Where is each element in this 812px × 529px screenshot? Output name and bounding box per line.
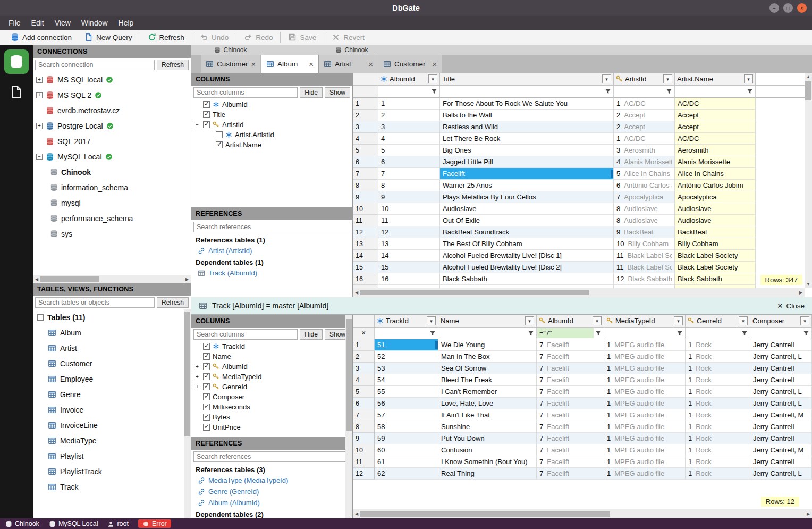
row-number-cell[interactable]: 9 bbox=[353, 191, 378, 203]
grid-cell[interactable]: 62 bbox=[375, 468, 438, 480]
column-checkbox[interactable] bbox=[203, 353, 210, 360]
hscrollbar-thumb[interactable] bbox=[360, 290, 589, 295]
column-dropdown-button[interactable]: ▾ bbox=[525, 316, 534, 325]
grid-cell[interactable]: 7 bbox=[378, 168, 440, 180]
filter-funnel-button[interactable] bbox=[428, 329, 437, 338]
grid-cell[interactable]: 1MPEG audio file bbox=[604, 444, 686, 456]
reference-link[interactable]: MediaType (MediaTypeId) bbox=[191, 475, 352, 486]
column-checkbox[interactable] bbox=[216, 131, 223, 138]
filter-input-artist-name[interactable] bbox=[675, 87, 745, 97]
connections-refresh-button[interactable]: Refresh bbox=[157, 60, 189, 70]
grid-cell[interactable]: 8Audioslave bbox=[614, 215, 675, 226]
refresh-button[interactable]: Refresh bbox=[141, 30, 191, 45]
grid-cell[interactable]: 7Facelift bbox=[537, 339, 604, 351]
grid-cell[interactable]: 1MPEG audio file bbox=[604, 409, 686, 421]
grid-cell[interactable]: Restless and Wild bbox=[440, 121, 614, 133]
grid-cell[interactable]: Alcohol Fueled Brewtality Live! [Disc 2] bbox=[440, 262, 614, 273]
search-tables-input[interactable] bbox=[35, 297, 155, 308]
filter-input-albumid[interactable] bbox=[379, 87, 429, 97]
row-number-cell[interactable]: 4 bbox=[353, 133, 378, 145]
grid-cell[interactable]: Jerry Cantrell bbox=[750, 339, 812, 351]
tab-close-icon[interactable]: × bbox=[251, 60, 256, 69]
maximize-button[interactable]: □ bbox=[783, 3, 793, 13]
grid-cell[interactable]: 7Facelift bbox=[537, 456, 604, 468]
column-header-albumid[interactable]: AlbumId▾ bbox=[537, 315, 604, 328]
vscrollbar-thumb[interactable] bbox=[346, 319, 352, 431]
grid-cell[interactable]: 1Rock bbox=[686, 374, 750, 386]
database-item[interactable]: performance_schema bbox=[33, 211, 191, 226]
grid-cell[interactable]: 5Alice In Chains bbox=[614, 168, 675, 180]
grid-cell[interactable]: 51 bbox=[375, 339, 438, 351]
column-checkbox[interactable] bbox=[203, 111, 210, 118]
grid-cell[interactable]: 12 bbox=[378, 226, 440, 238]
column-header-trackid[interactable]: TrackId▾ bbox=[375, 315, 438, 328]
grid-cell[interactable]: Billy Cobham bbox=[675, 238, 756, 250]
grid-cell[interactable]: 59 bbox=[375, 433, 438, 444]
grid-cell[interactable]: 16 bbox=[378, 273, 440, 285]
expander-minus-icon[interactable]: − bbox=[194, 122, 200, 128]
grid-cell[interactable]: 6Antônio Carlos Jobim bbox=[614, 180, 675, 191]
hscrollbar-thumb[interactable] bbox=[40, 276, 99, 282]
column-tree-item[interactable]: +MediaTypeId bbox=[191, 372, 352, 382]
menu-file[interactable]: File bbox=[3, 16, 26, 30]
grid-cell[interactable]: 1MPEG audio file bbox=[604, 351, 686, 363]
grid-cell[interactable]: 7Facelift bbox=[537, 398, 604, 409]
grid-cell[interactable]: Aerosmith bbox=[675, 145, 756, 156]
grid-cell[interactable]: 2 bbox=[378, 110, 440, 121]
connection-item[interactable]: +Postgre Local bbox=[33, 118, 191, 133]
filter-funnel-button[interactable] bbox=[801, 329, 811, 338]
column-checkbox[interactable] bbox=[203, 343, 210, 350]
column-dropdown-button[interactable]: ▾ bbox=[739, 316, 748, 325]
grid-cell[interactable]: 1Rock bbox=[686, 351, 750, 363]
database-item[interactable]: Chinook bbox=[33, 164, 191, 180]
hide-button[interactable]: Hide bbox=[300, 87, 323, 98]
grid-cell[interactable]: 1AC/DC bbox=[614, 98, 675, 110]
grid-cell[interactable]: Antônio Carlos Jobim bbox=[675, 180, 756, 191]
row-number-cell[interactable]: 2 bbox=[353, 351, 375, 363]
row-number-cell[interactable]: 8 bbox=[353, 180, 378, 191]
menu-window[interactable]: Window bbox=[76, 16, 113, 30]
column-tree-item[interactable]: +AlbumId bbox=[191, 362, 352, 372]
grid-cell[interactable]: 5 bbox=[378, 145, 440, 156]
grid-cell[interactable]: 4 bbox=[378, 133, 440, 145]
filter-funnel-button[interactable] bbox=[526, 329, 536, 338]
scroll-left-icon[interactable]: ◀ bbox=[33, 277, 40, 282]
grid-cell[interactable]: 57 bbox=[375, 409, 438, 421]
grid-cell[interactable]: Black Label Society bbox=[675, 250, 756, 262]
sidebar-table-mediatype[interactable]: MediaType bbox=[33, 433, 184, 448]
column-checkbox[interactable] bbox=[203, 121, 210, 128]
grid-cell[interactable]: Big Ones bbox=[440, 145, 614, 156]
grid-cell[interactable]: 15 bbox=[378, 262, 440, 273]
expander-minus-icon[interactable]: − bbox=[37, 314, 44, 321]
grid-cell[interactable]: Apocalyptica bbox=[675, 191, 756, 203]
grid-cell[interactable]: BackBeat bbox=[675, 226, 756, 238]
grid-cell[interactable]: I Can't Remember bbox=[438, 386, 537, 398]
column-tree-item[interactable]: Artist.ArtistId bbox=[191, 130, 352, 140]
connection-item[interactable]: SQL 2017 bbox=[33, 133, 191, 149]
column-tree-item[interactable]: TrackId bbox=[191, 341, 352, 351]
connection-item[interactable]: −MySQL Local bbox=[33, 149, 191, 164]
grid-cell[interactable]: 9 bbox=[378, 191, 440, 203]
grid-cell[interactable]: 1Rock bbox=[686, 363, 750, 374]
clear-filters-button[interactable]: ✕ bbox=[361, 330, 366, 337]
grid-cell[interactable]: Jerry Cantrell, L bbox=[750, 386, 812, 398]
filter-funnel-button[interactable] bbox=[594, 329, 603, 338]
search-columns-input[interactable] bbox=[193, 329, 298, 340]
scroll-left-icon[interactable]: ◀ bbox=[353, 511, 360, 516]
reference-link[interactable]: Album (AlbumId) bbox=[191, 497, 352, 508]
column-header-name[interactable]: Name▾ bbox=[438, 315, 537, 328]
reference-link[interactable]: Artist (ArtistId) bbox=[191, 245, 352, 256]
grid-cell[interactable]: 7Facelift bbox=[537, 468, 604, 480]
sidebar-table-employee[interactable]: Employee bbox=[33, 371, 184, 387]
column-tree-item[interactable]: Title bbox=[191, 110, 352, 120]
grid-cell[interactable]: Black Sabbath bbox=[675, 273, 756, 285]
scroll-up-icon[interactable]: ▲ bbox=[805, 73, 812, 79]
column-dropdown-button[interactable]: ▾ bbox=[428, 74, 437, 83]
grid-cell[interactable]: 7Facelift bbox=[537, 421, 604, 433]
grid-cell[interactable]: Love, Hate, Love bbox=[438, 398, 537, 409]
filter-funnel-button[interactable] bbox=[740, 329, 749, 338]
row-number-cell[interactable]: 10 bbox=[353, 203, 378, 215]
grid-cell[interactable]: Jerry Cantrell bbox=[750, 433, 812, 444]
expander-plus-icon[interactable]: + bbox=[194, 384, 200, 390]
grid-cell[interactable]: 4Alanis Morissette bbox=[614, 156, 675, 168]
